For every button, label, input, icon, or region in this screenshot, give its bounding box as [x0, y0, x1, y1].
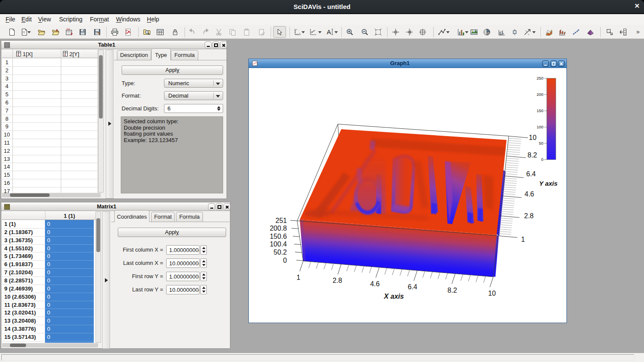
svg-text:123: 123: [66, 28, 70, 30]
svg-text:10: 10: [529, 134, 537, 141]
svg-text:1: 1: [297, 274, 301, 281]
svg-text:1: 1: [17, 53, 18, 56]
svg-text:10: 10: [488, 290, 496, 297]
svg-text:2.8: 2.8: [524, 212, 534, 220]
svg-text:P: P: [126, 30, 128, 32]
svg-text:8.2: 8.2: [528, 151, 537, 159]
svg-text:200: 200: [537, 92, 543, 97]
svg-text:X axis: X axis: [384, 293, 404, 300]
svg-text:150.6: 150.6: [270, 233, 287, 240]
svg-text:150: 150: [537, 108, 543, 113]
svg-text:250: 250: [537, 76, 543, 80]
svg-text:100.4: 100.4: [270, 240, 287, 248]
svg-text:1: 1: [521, 236, 525, 243]
svg-text:8.2: 8.2: [447, 287, 457, 294]
svg-text:50: 50: [539, 141, 543, 145]
svg-text:4.6: 4.6: [525, 190, 534, 198]
svg-text:100: 100: [537, 125, 543, 129]
svg-text:251: 251: [275, 217, 287, 224]
svg-text:2: 2: [64, 53, 65, 56]
svg-text:Y axis: Y axis: [539, 180, 558, 187]
svg-text:6.4: 6.4: [526, 170, 536, 178]
svg-text:50.2: 50.2: [274, 249, 287, 256]
svg-text:4.6: 4.6: [370, 280, 379, 288]
svg-text:A: A: [327, 28, 331, 36]
svg-text:2.8: 2.8: [333, 277, 342, 284]
svg-text:6.4: 6.4: [408, 283, 417, 291]
svg-text:0: 0: [541, 157, 543, 162]
svg-text:0: 0: [283, 257, 287, 264]
svg-text:200.8: 200.8: [270, 225, 287, 232]
